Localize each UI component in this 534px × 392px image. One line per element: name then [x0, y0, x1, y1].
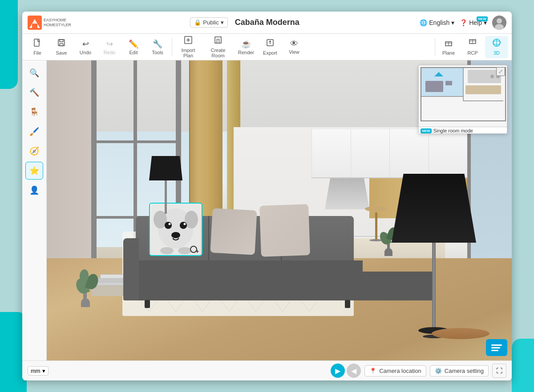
sidebar-search-button[interactable]: 🔍	[25, 64, 43, 82]
redo-icon: ↪	[106, 39, 113, 49]
chat-icon	[491, 344, 502, 351]
drag-cursor-plus: +	[196, 248, 199, 255]
svg-rect-8	[60, 40, 63, 42]
svg-point-47	[169, 223, 171, 225]
globe-icon: 🌐	[420, 19, 427, 26]
floor-plan-area	[419, 65, 507, 133]
tools-icon: 🔧	[153, 39, 162, 49]
save-button[interactable]: Save	[50, 36, 73, 58]
nav-forward-button[interactable]: ▶	[331, 364, 345, 378]
edit-button[interactable]: ✏️ Edit	[122, 36, 145, 58]
main-area: 🔍 🔨 🪑 🖌️ 🧭 ⭐ 👤	[22, 60, 512, 360]
nav-controls: ▶ ◀	[331, 364, 361, 378]
public-button[interactable]: 🔒 Public ▾	[190, 17, 227, 28]
svg-point-62	[490, 75, 494, 78]
sidebar-compass-button[interactable]: 🧭	[25, 142, 43, 160]
svg-rect-57	[425, 81, 443, 92]
top-center: 🔒 Public ▾ Cabaña Moderna	[81, 17, 409, 28]
toolbar-left: File Save ↩ Undo ↪ Redo ✏️ Edit 🔧	[26, 36, 433, 58]
rcp-button[interactable]: RCP	[461, 36, 484, 58]
3d-button[interactable]: 3D	[485, 36, 508, 58]
cabinet-door-1	[312, 129, 351, 177]
create-room-label: Create Room	[204, 48, 232, 58]
furniture-icon: 🪑	[29, 107, 39, 117]
cabinet-door-2	[351, 129, 390, 177]
sidebar-favorites-button[interactable]: ⭐	[25, 162, 43, 180]
minimap-expand-button[interactable]: ⤢	[496, 67, 505, 76]
sidebar-build-button[interactable]: 🔨	[25, 84, 43, 101]
teal-decoration-topleft	[0, 0, 18, 89]
file-button[interactable]: File	[26, 36, 49, 58]
person-icon: 👤	[29, 185, 39, 195]
sidebar-profile-button[interactable]: 👤	[25, 181, 43, 199]
sofa-arm-left	[123, 238, 139, 300]
hammer-icon: 🔨	[29, 88, 39, 97]
app-logo-icon	[28, 16, 42, 30]
svg-rect-2	[32, 24, 37, 28]
top-bar: EASYHOME HOMESTYLER 🔒 Public ▾ Cabaña Mo…	[22, 12, 512, 34]
minimap-new-badge: NEW	[421, 128, 432, 133]
unit-selector[interactable]: mm ▾	[28, 366, 49, 376]
user-avatar[interactable]	[492, 16, 506, 30]
import-plan-button[interactable]: Import Plan	[175, 36, 202, 58]
bottom-bar: mm ▾ ▶ ◀ 📍 Camera location ⚙️ Camera set…	[22, 360, 512, 380]
unit-dropdown-icon: ▾	[42, 368, 45, 374]
dropdown-arrow-icon: ▾	[221, 19, 224, 26]
language-button[interactable]: 🌐 English ▾	[420, 19, 454, 26]
svg-point-46	[180, 222, 187, 229]
window-bar-1	[91, 140, 180, 143]
nav-backward-button[interactable]: ◀	[347, 364, 361, 378]
sidebar-furniture-button[interactable]: 🪑	[25, 103, 43, 121]
sidebar-paint-button[interactable]: 🖌️	[25, 123, 43, 140]
svg-rect-61	[465, 85, 501, 94]
svg-rect-7	[58, 40, 65, 46]
minimap: NEW Single room mode ⤢	[418, 65, 507, 134]
undo-icon: ↩	[82, 39, 89, 49]
file-label: File	[33, 50, 41, 56]
help-circle-icon: ❓	[460, 19, 467, 26]
3d-icon	[492, 38, 501, 49]
camera-location-button[interactable]: 📍 Camera location	[364, 365, 426, 376]
render-label: Render	[238, 50, 254, 55]
help-button[interactable]: ❓ Help ▾ NEW	[460, 19, 487, 26]
svg-rect-9	[60, 44, 63, 46]
sofa-seat	[136, 260, 363, 300]
undo-button[interactable]: ↩ Undo	[74, 36, 97, 58]
3d-viewport[interactable]: +	[47, 60, 512, 360]
lamp-pole-right	[432, 243, 436, 327]
single-room-mode-label: Single room mode	[433, 128, 473, 133]
camera-location-label: Camera location	[379, 368, 421, 374]
lamp-shade-small	[149, 156, 182, 180]
lamp-pole-small	[165, 180, 167, 214]
plane-button[interactable]: Plane	[437, 36, 460, 58]
rcp-icon	[468, 38, 477, 49]
expand-button[interactable]: ⛶	[492, 364, 506, 378]
arrow-backward-icon: ◀	[351, 367, 356, 375]
view-button[interactable]: 👁 View	[283, 36, 306, 58]
top-right: 🌐 English ▾ ❓ Help ▾ NEW	[409, 16, 506, 30]
file-icon	[33, 38, 42, 49]
3d-label: 3D	[494, 50, 500, 56]
floor-lamp-left	[149, 156, 182, 214]
toolbar-right: Plane RCP 3D	[437, 36, 508, 58]
teal-decoration-bottomright	[512, 339, 534, 392]
pillow-center-1	[210, 208, 257, 255]
lamp-shade-right	[392, 174, 476, 243]
create-room-button[interactable]: Create Room	[202, 36, 234, 58]
redo-button[interactable]: ↪ Redo	[98, 36, 121, 58]
svg-rect-14	[217, 39, 219, 43]
left-sidebar: 🔍 🔨 🪑 🖌️ 🧭 ⭐ 👤	[22, 60, 47, 360]
tools-button[interactable]: 🔧 Tools	[146, 36, 169, 58]
avatar-image	[492, 16, 506, 30]
render-icon: ☕	[241, 39, 251, 49]
plane-label: Plane	[442, 50, 455, 56]
camera-setting-button[interactable]: ⚙️ Camera setting	[430, 365, 489, 376]
svg-point-4	[497, 18, 502, 24]
floating-help-button[interactable]	[486, 339, 507, 356]
render-button[interactable]: ☕ Render	[235, 36, 258, 58]
floorplan-svg	[419, 65, 507, 128]
rcp-label: RCP	[467, 50, 477, 56]
sofa-leg-1	[145, 300, 150, 308]
export-button[interactable]: Export	[259, 36, 282, 58]
svg-point-51	[178, 247, 191, 254]
